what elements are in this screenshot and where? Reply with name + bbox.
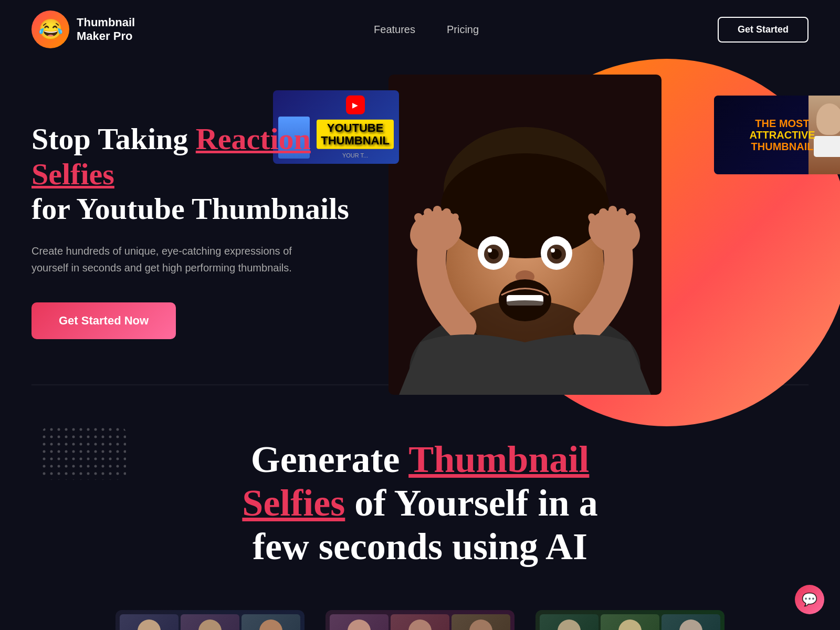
hero-headline: Stop Taking Reaction Selfies for Youtube…	[32, 122, 388, 227]
logo-icon: 😂	[32, 10, 69, 48]
hero-cta-button[interactable]: Get Started Now	[32, 302, 176, 339]
thumb-item-1a	[120, 614, 178, 630]
generate-headline: Generate Thumbnail Selfies of Yourself i…	[236, 438, 604, 568]
hero-subtitle: Create hundreds of unique, eye-catching …	[32, 243, 304, 276]
nav-pricing-link[interactable]: Pricing	[447, 24, 479, 36]
thumb-group-1	[116, 610, 304, 630]
thumb-item-3c	[662, 614, 720, 630]
thumb-item-3b	[601, 614, 659, 630]
thumb-item-1b	[181, 614, 239, 630]
thumb-item-1c	[242, 614, 300, 630]
thumb-item-3a	[540, 614, 598, 630]
thumb-item-2c	[452, 614, 510, 630]
nav-cta-button[interactable]: Get Started	[718, 17, 808, 43]
hero-section: Stop Taking Reaction Selfies for Youtube…	[0, 59, 840, 384]
thumb-item-2a	[330, 614, 388, 630]
thumb-group-3	[536, 610, 724, 630]
hero-left: Stop Taking Reaction Selfies for Youtube…	[32, 80, 388, 384]
svg-point-13	[551, 248, 555, 253]
svg-rect-31	[42, 427, 126, 480]
chat-bubble-button[interactable]: 💬	[795, 585, 824, 614]
logo[interactable]: 😂 Thumbnail Maker Pro	[32, 10, 135, 48]
dot-pattern-decoration	[42, 427, 126, 480]
svg-point-9	[488, 248, 492, 253]
yt-thumbnail-2: ✦✦✦ THE MOSTATTRACTIVETHUMBNAIL ↗	[714, 96, 840, 174]
shocked-person-svg	[388, 75, 662, 395]
generate-section: Generate Thumbnail Selfies of Yourself i…	[0, 385, 840, 630]
hero-visual: ▶ YOUTUBETHUMBNAIL YOUR T...	[388, 80, 808, 384]
nav-links: Features Pricing	[374, 24, 479, 36]
logo-text: Thumbnail Maker Pro	[77, 16, 135, 44]
thumbnails-strip	[32, 600, 808, 630]
svg-point-5	[441, 153, 609, 258]
thumb-item-2b	[391, 614, 449, 630]
navbar: 😂 Thumbnail Maker Pro Features Pricing G…	[0, 0, 840, 59]
nav-features-link[interactable]: Features	[374, 24, 415, 36]
thumb-group-2	[326, 610, 514, 630]
hero-person-image	[388, 75, 662, 395]
yt-thumb-text-2: THE MOSTATTRACTIVETHUMBNAIL	[749, 118, 815, 152]
